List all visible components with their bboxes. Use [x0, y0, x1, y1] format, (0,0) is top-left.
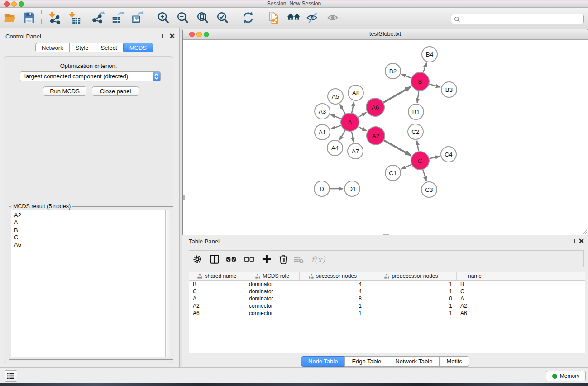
- graph-edge-B-B2[interactable]: [402, 74, 411, 78]
- function-builder-button[interactable]: f(x): [310, 253, 327, 266]
- eye-icon: [326, 11, 340, 24]
- new-network-document-icon: [268, 11, 281, 24]
- zoom-in-button[interactable]: [156, 10, 171, 25]
- import-table-button[interactable]: [67, 10, 82, 25]
- graph-edge-C-C2[interactable]: [417, 141, 419, 151]
- network-canvas[interactable]: AA1A2A3A4A5A6A7A8BB1B2B3B4CC1C2C3C4DD1: [183, 40, 588, 235]
- graph-edge-B-B1[interactable]: [417, 91, 419, 103]
- graph-edge-A-A6[interactable]: [358, 113, 366, 118]
- table-cell: dominator: [245, 281, 300, 288]
- graph-edge-A-A3[interactable]: [331, 114, 341, 119]
- save-session-button[interactable]: [21, 10, 37, 25]
- memory-status-icon: [552, 374, 557, 379]
- minimize-view-button[interactable]: [196, 32, 202, 37]
- zoom-window-button[interactable]: [19, 1, 24, 7]
- mcds-result-item[interactable]: A6: [11, 241, 165, 248]
- import-network-button[interactable]: [47, 10, 62, 25]
- close-panel-button[interactable]: Close panel: [92, 86, 139, 96]
- new-network-button[interactable]: [267, 10, 282, 25]
- mcds-result-item[interactable]: C: [11, 234, 165, 241]
- show-columns-button[interactable]: [208, 253, 221, 266]
- memory-button[interactable]: Memory: [546, 371, 586, 381]
- graph-edge-A-A7[interactable]: [352, 132, 354, 143]
- table-panel-title: Table Panel: [189, 238, 220, 245]
- zoom-fit-button[interactable]: [195, 10, 210, 25]
- unselect-all-button[interactable]: [243, 253, 256, 266]
- table-row[interactable]: Adominator80A: [189, 295, 585, 302]
- graph-edge-A-A1[interactable]: [331, 125, 341, 129]
- delete-table-button[interactable]: [292, 253, 306, 266]
- close-panel-icon[interactable]: [170, 33, 175, 38]
- control-panel: Control Panel NetworkStyleSelectMCDS Opt…: [0, 28, 180, 367]
- delete-selected-button[interactable]: [277, 253, 290, 266]
- resize-grip-icon[interactable]: [582, 229, 587, 235]
- first-neighbors-button[interactable]: [286, 10, 301, 25]
- minimize-window-button[interactable]: [11, 1, 17, 7]
- column-header-successor-nodes[interactable]: successor nodes: [300, 272, 366, 280]
- graph-edge-A-A4[interactable]: [339, 130, 345, 140]
- table-row[interactable]: A2connector11A2: [189, 302, 585, 310]
- close-window-button[interactable]: [4, 1, 10, 7]
- graph-edge-A6-B[interactable]: [383, 86, 411, 102]
- table-row[interactable]: A6connector11A6: [189, 310, 585, 317]
- graph-edge-C-C3[interactable]: [423, 170, 426, 181]
- column-header-MCDS-role[interactable]: MCDS role: [245, 272, 300, 280]
- float-panel-icon[interactable]: [162, 34, 166, 38]
- export-image-button[interactable]: [130, 10, 145, 25]
- graph-edge-A-A8[interactable]: [352, 102, 354, 113]
- task-history-button[interactable]: [5, 370, 17, 382]
- select-all-button[interactable]: [225, 253, 238, 266]
- tab-network[interactable]: Network: [35, 43, 70, 52]
- zoom-selected-button[interactable]: [215, 10, 230, 25]
- column-header-shared-name[interactable]: shared name: [189, 272, 245, 280]
- table-row[interactable]: Bdominator41B: [189, 281, 585, 288]
- network-view-window: testGlobe.txt AA1A2A3A4A5A6A7A8BB1B2B3B4…: [182, 29, 588, 235]
- show-all-button[interactable]: [325, 10, 341, 25]
- graph-edge-C-C4[interactable]: [429, 156, 440, 158]
- export-table-button[interactable]: [110, 10, 126, 25]
- run-mcds-button[interactable]: Run MCDS: [43, 86, 86, 96]
- tab-mcds[interactable]: MCDS: [123, 43, 153, 52]
- open-session-button[interactable]: [2, 10, 18, 25]
- table-browser-tabs: Node TableEdge TableNetwork TableMotifs: [182, 356, 588, 367]
- graph-node-label-A4: A4: [331, 145, 339, 152]
- refresh-button[interactable]: [240, 10, 256, 25]
- column-header-name[interactable]: name: [457, 272, 493, 280]
- tab-network-table[interactable]: Network Table: [388, 356, 440, 367]
- table-settings-button[interactable]: [191, 253, 204, 266]
- mcds-result-item[interactable]: B: [11, 227, 165, 234]
- hide-selected-button[interactable]: [305, 10, 320, 25]
- zoom-fit-icon: [196, 11, 210, 24]
- search-field[interactable]: [451, 14, 584, 24]
- mcds-result-item[interactable]: A2: [11, 212, 165, 219]
- column-header-predecessor-nodes[interactable]: predecessor nodes: [366, 272, 457, 280]
- add-row-button[interactable]: [260, 253, 273, 266]
- tab-style[interactable]: Style: [69, 43, 95, 52]
- close-view-button[interactable]: [189, 32, 195, 37]
- status-bar: Memory: [0, 367, 588, 383]
- export-network-icon: [92, 11, 105, 24]
- zoom-out-button[interactable]: [175, 10, 191, 25]
- graph-edge-A2-C[interactable]: [384, 140, 411, 155]
- graph-edge-C-C1[interactable]: [401, 165, 411, 169]
- table-row[interactable]: Cdominator41C: [189, 288, 585, 295]
- tab-edge-table[interactable]: Edge Table: [344, 356, 388, 367]
- mcds-result-item[interactable]: A: [11, 219, 165, 226]
- graph-edge-A-A5[interactable]: [340, 104, 345, 114]
- graph-edge-B-B3[interactable]: [429, 84, 440, 87]
- criterion-dropdown[interactable]: largest connected component (directed): [20, 71, 161, 81]
- search-input[interactable]: [462, 14, 582, 24]
- export-network-button[interactable]: [91, 10, 106, 25]
- tab-motifs[interactable]: Motifs: [439, 356, 469, 367]
- graph-edge-A-A2[interactable]: [359, 127, 367, 131]
- float-table-panel-icon[interactable]: [571, 239, 575, 243]
- column-header-label: name: [468, 273, 482, 279]
- close-table-panel-icon[interactable]: [579, 238, 584, 243]
- zoom-view-button[interactable]: [204, 32, 209, 37]
- tab-node-table[interactable]: Node Table: [301, 356, 345, 367]
- tab-select[interactable]: Select: [95, 43, 124, 52]
- graph-edge-B-B4[interactable]: [423, 63, 426, 72]
- graph-node-label-A6: A6: [372, 104, 379, 111]
- result-scrollbar[interactable]: [165, 210, 171, 357]
- vertical-scroll-thumb[interactable]: [183, 195, 185, 200]
